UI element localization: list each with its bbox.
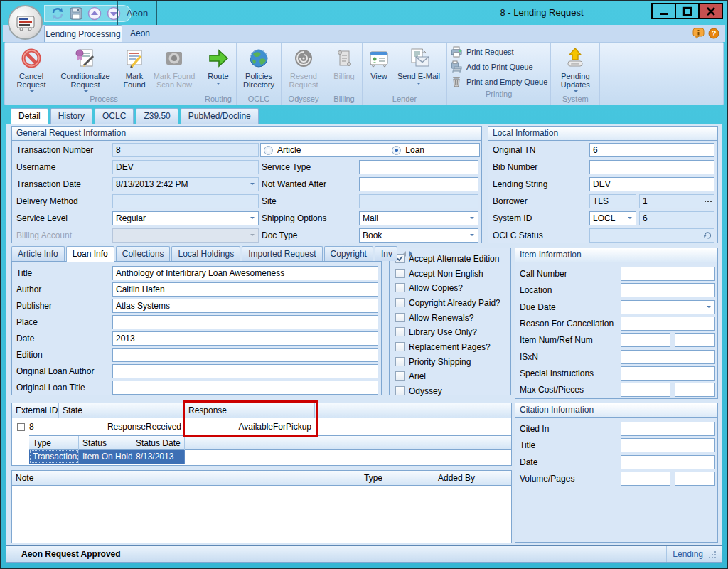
application-menu-button[interactable] xyxy=(8,5,43,40)
system-id-combo[interactable]: LOCL xyxy=(589,211,636,225)
sub-column-header-status[interactable]: Status xyxy=(79,436,132,450)
ellipsis-button[interactable] xyxy=(705,201,712,202)
title-field[interactable]: Anthology of Interlibrary Loan Awesomene… xyxy=(112,266,378,280)
checkbox-box[interactable] xyxy=(395,327,405,336)
checkbox-box[interactable] xyxy=(395,283,405,292)
tracking-row[interactable]: 8 ResponseReceived AvailableForPickup xyxy=(12,418,511,435)
about-icon[interactable] xyxy=(692,28,705,39)
oclc-status-field[interactable] xyxy=(589,228,714,243)
location-field[interactable] xyxy=(621,283,715,297)
lending-string-field[interactable]: DEV xyxy=(589,177,714,191)
collapse-row-icon[interactable] xyxy=(17,423,25,431)
checkbox-box[interactable] xyxy=(395,371,405,381)
column-header-state[interactable]: State xyxy=(59,403,185,418)
print-and-empty-queue-button[interactable]: Print and Empty Queue xyxy=(450,74,547,89)
reason-for-cancellation-field[interactable] xyxy=(621,317,715,331)
checkbox-accept-non-english[interactable]: Accept Non English xyxy=(395,268,483,279)
checkbox-box[interactable] xyxy=(395,313,405,322)
original-loan-title-field[interactable] xyxy=(112,381,378,395)
not-wanted-after-field[interactable] xyxy=(359,177,478,191)
pages-field[interactable] xyxy=(675,472,715,486)
chevron-down-icon[interactable] xyxy=(625,212,636,225)
max-cost-field[interactable] xyxy=(621,383,670,397)
policies-directory-button[interactable]: Policies Directory xyxy=(239,46,279,89)
pieces-field[interactable] xyxy=(675,383,715,397)
minimize-button[interactable] xyxy=(651,3,676,19)
article-radio[interactable] xyxy=(264,146,273,155)
chevron-down-icon[interactable] xyxy=(467,212,478,225)
column-header-note[interactable]: Note xyxy=(12,471,360,485)
cancel-request-button[interactable]: Cancel Request xyxy=(10,46,53,93)
tab-oclc[interactable]: OCLC xyxy=(95,108,134,124)
service-level-combo[interactable]: Regular xyxy=(112,211,259,225)
checkbox-copyright-already-paid[interactable]: Copyright Already Paid? xyxy=(395,297,500,308)
cited-in-field[interactable] xyxy=(621,422,715,436)
sub-column-header-status-date[interactable]: Status Date xyxy=(132,436,185,450)
transaction-date-combo[interactable]: 8/13/2013 2:42 PM xyxy=(112,177,259,191)
refresh-icon[interactable] xyxy=(50,6,65,21)
conditionalize-request-button[interactable]: Conditionalize Request xyxy=(53,46,118,93)
shipping-options-combo[interactable]: Mail xyxy=(359,211,478,225)
tab-aeon[interactable]: Aeon xyxy=(122,25,158,42)
save-icon[interactable] xyxy=(70,7,82,20)
username-field[interactable]: DEV xyxy=(112,160,259,174)
checkbox-box[interactable] xyxy=(395,269,405,278)
volume-field[interactable] xyxy=(621,472,670,486)
checkbox-box[interactable] xyxy=(395,386,405,395)
tab-loan-info[interactable]: Loan Info xyxy=(66,246,114,262)
delivery-method-field[interactable] xyxy=(112,194,259,208)
tab-imported-request[interactable]: Imported Request xyxy=(242,246,322,261)
borrower-symbol-field[interactable]: TLS xyxy=(589,194,636,208)
print-request-button[interactable]: Print Request xyxy=(450,44,547,59)
resend-request-button[interactable]: Resend Request xyxy=(284,46,323,89)
help-icon[interactable]: ? xyxy=(708,28,719,39)
site-field[interactable] xyxy=(359,194,478,208)
bib-number-field[interactable] xyxy=(589,160,714,174)
tab-copyright[interactable]: Copyright xyxy=(324,246,373,261)
publisher-field[interactable]: Atlas Systems xyxy=(112,299,378,313)
mark-found-button[interactable]: Mark Found xyxy=(118,46,151,89)
title-bar[interactable]: Aeon 8 - Lending Request xyxy=(1,1,727,25)
due-date-combo[interactable] xyxy=(621,300,715,314)
tab-local-holdings[interactable]: Local Holdings xyxy=(171,246,240,261)
pending-updates-button[interactable]: Pending Updates xyxy=(553,46,597,93)
column-header-note-type[interactable]: Type xyxy=(360,471,434,485)
notes-grid-body[interactable] xyxy=(12,486,511,543)
transaction-number-field[interactable]: 8 xyxy=(112,143,259,157)
edition-field[interactable] xyxy=(112,348,378,362)
tracking-sub-row-selected[interactable]: Transaction Item On Hold 8/13/2013 xyxy=(29,450,511,464)
call-number-field[interactable] xyxy=(621,267,715,281)
tab-scroll-right-button[interactable] xyxy=(408,248,417,260)
tab-pubmed-docline[interactable]: PubMed/Docline xyxy=(181,108,259,124)
checkbox-odyssey[interactable]: Odyssey xyxy=(395,385,442,396)
original-loan-author-field[interactable] xyxy=(112,364,378,378)
tab-overflow-truncated[interactable]: Inv xyxy=(375,246,397,261)
resize-grip[interactable] xyxy=(707,550,716,558)
send-email-button[interactable]: Send E-Mail xyxy=(393,46,444,87)
date-field[interactable]: 2013 xyxy=(112,331,378,346)
tab-z3950[interactable]: Z39.50 xyxy=(136,108,178,124)
tab-lending-processing[interactable]: Lending Processing xyxy=(44,25,122,42)
chevron-down-icon[interactable] xyxy=(247,212,258,225)
route-button[interactable]: Route xyxy=(203,46,234,87)
borrower-number-field[interactable]: 1 xyxy=(639,194,714,208)
checkbox-priority-shipping[interactable]: Priority Shipping xyxy=(395,356,471,367)
mark-found-scan-now-button[interactable]: Mark Found Scan Now xyxy=(151,46,198,89)
ref-num-field[interactable] xyxy=(675,333,715,347)
close-button[interactable] xyxy=(698,3,723,19)
column-header-response[interactable]: Response xyxy=(185,403,315,418)
system-number-field[interactable]: 6 xyxy=(639,211,714,225)
item-num-field[interactable] xyxy=(621,333,670,347)
titlebar-aeon-tab[interactable]: Aeon xyxy=(117,1,157,25)
place-field[interactable] xyxy=(112,315,378,329)
checkbox-allow-renewals[interactable]: Allow Renewals? xyxy=(395,312,473,323)
scroll-up-icon[interactable] xyxy=(87,6,102,21)
chevron-down-icon[interactable] xyxy=(247,178,258,191)
maximize-button[interactable] xyxy=(675,3,700,19)
citation-date-field[interactable] xyxy=(621,455,715,469)
checkbox-box[interactable] xyxy=(395,357,405,366)
doc-type-combo[interactable]: Book xyxy=(359,228,478,243)
add-to-print-queue-button[interactable]: Add to Print Queue xyxy=(450,59,547,74)
tab-detail[interactable]: Detail xyxy=(11,108,48,124)
tab-scroll-left-button[interactable] xyxy=(399,248,408,260)
